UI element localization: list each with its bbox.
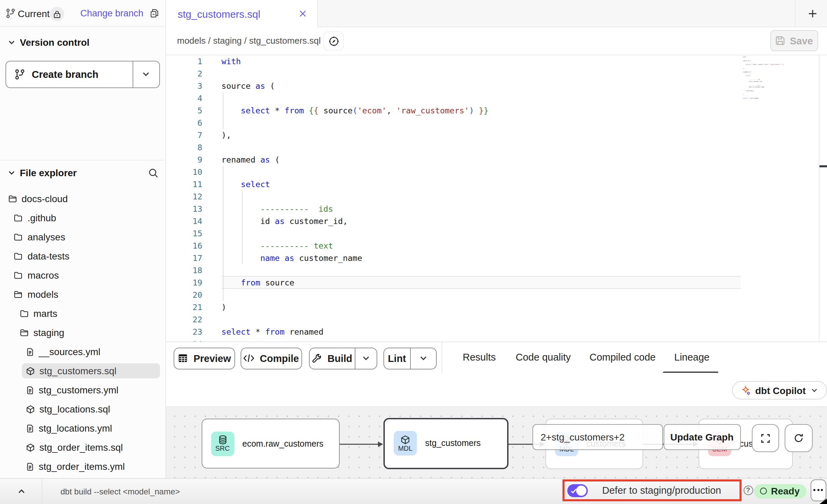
tree-item-models[interactable]: models <box>0 285 166 304</box>
new-tab-button[interactable] <box>804 5 821 22</box>
lint-main[interactable]: Lint <box>384 348 410 369</box>
lineage-selector-input[interactable]: 2+stg_customers+2 <box>532 424 663 450</box>
line-number: 21 <box>193 301 202 313</box>
tree-item-stg-locations-sql[interactable]: stg_locations.sql <box>0 400 166 419</box>
navigate-button[interactable] <box>323 31 344 51</box>
file-explorer-header[interactable]: File explorer <box>8 167 159 178</box>
code-line: from source <box>743 89 755 92</box>
refresh-button[interactable] <box>785 424 812 452</box>
code-line: ---------- text <box>743 84 755 86</box>
create-branch-label: Create branch <box>32 69 98 80</box>
version-control-header[interactable]: Version control <box>8 37 90 48</box>
tab-results[interactable]: Results <box>463 351 496 362</box>
statusbar-divider <box>41 478 42 504</box>
chevron-down-icon <box>141 70 150 79</box>
update-graph-button[interactable]: Update Graph <box>663 424 741 450</box>
tree-item--github[interactable]: .github <box>0 208 166 227</box>
tree-item-label: stg_locations.sql <box>39 404 110 415</box>
search-icon[interactable] <box>148 168 159 178</box>
tree-item-data-tests[interactable]: data-tests <box>0 247 166 266</box>
folder-open-icon <box>8 195 17 203</box>
lineage-node-stg-customers[interactable]: MDL stg_customers <box>383 418 509 469</box>
tree-item-analyses[interactable]: analyses <box>0 227 166 247</box>
refresh-icon <box>794 433 804 443</box>
tree-item-label: stg_locations.yml <box>39 423 112 434</box>
tree-item-stg-customers-yml[interactable]: stg_customers.yml <box>0 380 166 400</box>
code-line <box>221 289 489 301</box>
code-line <box>743 69 755 71</box>
code-line: source as ( <box>221 80 489 92</box>
preview-button[interactable]: Preview <box>174 347 235 369</box>
help-icon[interactable]: ? <box>743 485 753 495</box>
node-label: stg_customers <box>425 439 481 448</box>
code-line <box>221 92 489 104</box>
build-main[interactable]: Build <box>310 348 355 369</box>
code-line <box>221 116 489 129</box>
build-button[interactable]: Build <box>309 347 377 369</box>
tab-compiled-code[interactable]: Compiled code <box>589 351 655 362</box>
git-branch-icon <box>5 8 15 18</box>
copilot-row: dbt Copilot <box>166 373 827 406</box>
dbt-copilot-button[interactable]: dbt Copilot <box>732 381 827 400</box>
code-line <box>221 227 489 239</box>
tree-item-stg-customers-sql[interactable]: stg_customers.sql <box>0 361 166 380</box>
lineage-canvas[interactable]: SRC ecom.raw_customers MDL stg_customers… <box>166 406 827 478</box>
create-branch-main[interactable]: Create branch <box>6 61 133 87</box>
line-number: 8 <box>198 141 202 154</box>
defer-toggle[interactable] <box>567 484 587 497</box>
create-branch-button[interactable]: Create branch <box>5 60 160 88</box>
collapse-panel-button[interactable] <box>10 484 32 499</box>
code-line <box>221 141 489 153</box>
dbt-cloud-ide: Current Change branch Version control Cr… <box>0 0 827 504</box>
copy-icon[interactable] <box>150 8 159 18</box>
line-number: 13 <box>193 203 202 215</box>
change-branch-link[interactable]: Change branch <box>80 8 144 18</box>
tree-item-stg-order-items-sql[interactable]: stg_order_items.sql <box>0 438 166 457</box>
more-options-button[interactable] <box>810 479 826 501</box>
editor-minimap[interactable]: withsource as ( select * from {{ source(… <box>743 56 819 341</box>
command-input[interactable]: dbt build --select <model_name> <box>60 487 180 496</box>
code-line: ) <box>221 301 489 313</box>
code-line: select <box>221 178 489 190</box>
lint-button[interactable]: Lint <box>383 347 436 369</box>
tree-item-marts[interactable]: marts <box>0 304 166 323</box>
fullscreen-button[interactable] <box>752 424 779 452</box>
lint-caret[interactable] <box>410 348 436 369</box>
compile-button[interactable]: Compile <box>240 347 302 369</box>
compile-label: Compile <box>260 353 299 364</box>
mouse-cursor <box>819 499 827 504</box>
tree-item-label: marts <box>33 308 57 319</box>
line-number: 12 <box>193 191 202 203</box>
tree-item-staging[interactable]: staging <box>0 323 166 342</box>
line-number: 24 <box>193 338 202 341</box>
sidebar-divider <box>0 160 166 160</box>
tree-item-stg-locations-yml[interactable]: stg_locations.yml <box>0 419 166 438</box>
tab-stg-customers-sql[interactable]: stg_customers.sql <box>166 0 318 27</box>
code-line <box>221 190 489 202</box>
scrollbar-handle[interactable] <box>819 165 827 167</box>
tab-lineage[interactable]: Lineage <box>674 351 709 362</box>
tabstrip-divider <box>795 0 796 27</box>
save-button[interactable]: Save <box>770 30 818 51</box>
line-number: 14 <box>193 215 202 227</box>
panel-toolbar: Preview Compile Build Lint <box>166 341 827 373</box>
line-number: 4 <box>198 92 202 104</box>
tree-item-stg-order-items-yml[interactable]: stg_order_items.yml <box>0 457 166 476</box>
tree-item-macros[interactable]: macros <box>0 266 166 285</box>
line-number: 18 <box>193 264 202 277</box>
close-icon[interactable] <box>299 10 307 18</box>
build-caret[interactable] <box>355 348 376 369</box>
tree-item-label: staging <box>33 327 64 338</box>
code-editor[interactable]: 123456789101112131415161718192021222324 … <box>166 55 827 341</box>
tree-item-docs-cloud[interactable]: docs-cloud <box>0 189 166 208</box>
chevron-down-icon <box>811 387 818 394</box>
folder-icon <box>14 271 23 279</box>
lineage-node-source[interactable]: SRC ecom.raw_customers <box>201 419 339 468</box>
save-label: Save <box>790 35 813 46</box>
line-number: 5 <box>198 104 202 117</box>
tree-item--sources-yml[interactable]: __sources.yml <box>0 342 166 361</box>
create-branch-caret[interactable] <box>133 61 159 87</box>
defer-label: Defer to staging/production <box>602 485 721 495</box>
check-icon <box>570 488 577 493</box>
tab-code-quality[interactable]: Code quality <box>516 351 571 362</box>
